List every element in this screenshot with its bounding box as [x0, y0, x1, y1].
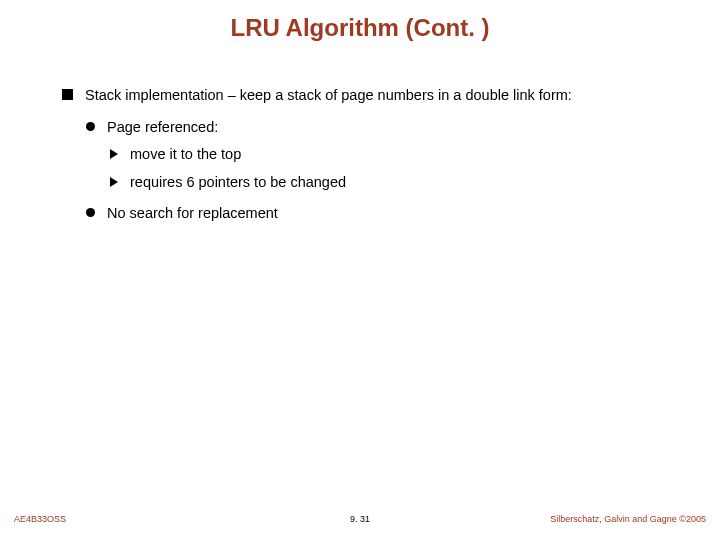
triangle-bullet-icon — [110, 173, 120, 193]
bullet-text: move it to the top — [130, 145, 241, 165]
level1-children: Page referenced: move it to the top requ… — [86, 118, 680, 224]
footer-right: Silberschatz, Galvin and Gagne ©2005 — [550, 514, 706, 524]
svg-marker-1 — [110, 177, 118, 187]
disc-bullet-icon — [86, 208, 95, 217]
bullet-text: Page referenced: — [107, 118, 218, 138]
square-bullet-icon — [62, 89, 73, 100]
bullet-text: requires 6 pointers to be changed — [130, 173, 346, 193]
slide: LRU Algorithm (Cont. ) Stack implementat… — [0, 0, 720, 540]
disc-bullet-icon — [86, 122, 95, 131]
bullet-level1: Stack implementation – keep a stack of p… — [62, 86, 680, 106]
bullet-level2: Page referenced: — [86, 118, 680, 138]
slide-content: Stack implementation – keep a stack of p… — [62, 86, 680, 232]
bullet-level3: move it to the top — [110, 145, 680, 165]
bullet-level3: requires 6 pointers to be changed — [110, 173, 680, 193]
triangle-bullet-icon — [110, 145, 120, 165]
bullet-level2: No search for replacement — [86, 204, 680, 224]
slide-title: LRU Algorithm (Cont. ) — [0, 0, 720, 42]
svg-marker-0 — [110, 149, 118, 159]
bullet-text: No search for replacement — [107, 204, 278, 224]
bullet-text: Stack implementation – keep a stack of p… — [85, 86, 572, 106]
